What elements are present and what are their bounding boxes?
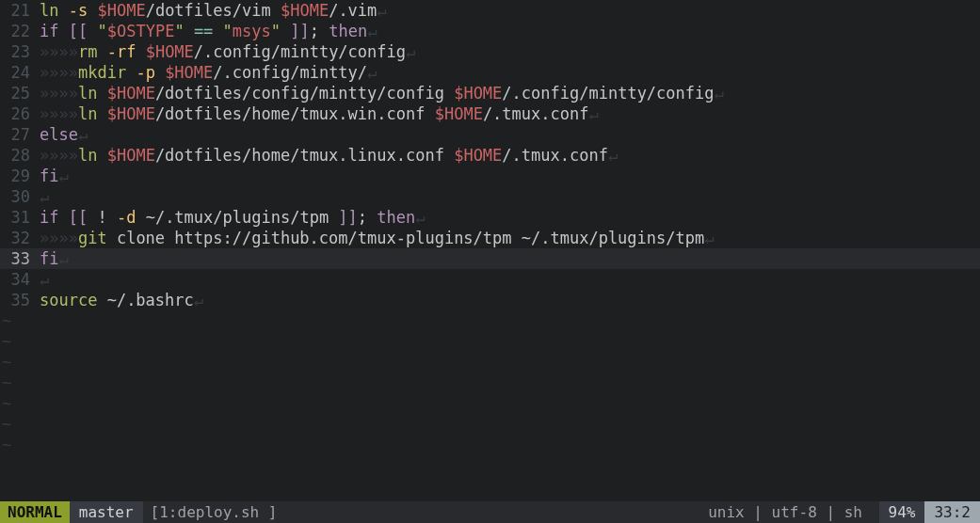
code-line[interactable]: 24»»»»mkdir -p $HOME/.config/mintty/↵ bbox=[0, 62, 980, 83]
git-branch: master bbox=[70, 501, 143, 523]
status-spacer bbox=[284, 501, 700, 523]
cursor-position: 33:2 bbox=[924, 501, 980, 523]
line-content[interactable]: else↵ bbox=[40, 124, 980, 145]
code-line[interactable]: 28»»»»ln $HOME/dotfiles/home/tmux.linux.… bbox=[0, 145, 980, 166]
line-number: 26 bbox=[0, 103, 40, 124]
line-number: 32 bbox=[0, 228, 40, 248]
line-number: 21 bbox=[0, 0, 40, 21]
line-content[interactable]: »»»»rm -rf $HOME/.config/mintty/config↵ bbox=[40, 41, 980, 62]
code-line[interactable]: 26»»»»ln $HOME/dotfiles/home/tmux.win.co… bbox=[0, 103, 980, 124]
editor-root: 21ln -s $HOME/dotfiles/vim $HOME/.vim↵22… bbox=[0, 0, 980, 523]
line-content[interactable]: ln -s $HOME/dotfiles/vim $HOME/.vim↵ bbox=[40, 0, 980, 21]
code-line[interactable]: 31if [[ ! -d ~/.tmux/plugins/tpm ]]; the… bbox=[0, 207, 980, 228]
line-number: 31 bbox=[0, 207, 40, 228]
line-content[interactable]: ↵ bbox=[40, 269, 980, 290]
code-line[interactable]: 25»»»»ln $HOME/dotfiles/config/mintty/co… bbox=[0, 83, 980, 103]
line-number: 23 bbox=[0, 41, 40, 62]
line-content[interactable]: »»»»ln $HOME/dotfiles/home/tmux.linux.co… bbox=[40, 145, 980, 166]
line-content[interactable]: if [[ ! -d ~/.tmux/plugins/tpm ]]; then↵ bbox=[40, 207, 980, 228]
line-number: 22 bbox=[0, 21, 40, 41]
line-number: 29 bbox=[0, 166, 40, 186]
code-line[interactable]: 23»»»»rm -rf $HOME/.config/mintty/config… bbox=[0, 41, 980, 62]
scroll-percent: 94% bbox=[879, 501, 925, 523]
empty-line-tilde: ~ bbox=[0, 393, 980, 414]
code-area[interactable]: 21ln -s $HOME/dotfiles/vim $HOME/.vim↵22… bbox=[0, 0, 980, 501]
empty-line-tilde: ~ bbox=[0, 414, 980, 435]
line-content[interactable]: source ~/.bashrc↵ bbox=[40, 290, 980, 310]
line-content[interactable]: »»»»git clone https://github.com/tmux-pl… bbox=[40, 228, 980, 248]
code-line[interactable]: 35source ~/.bashrc↵ bbox=[0, 290, 980, 310]
file-encoding: unix | utf-8 | sh bbox=[700, 501, 878, 523]
empty-line-tilde: ~ bbox=[0, 352, 980, 372]
line-number: 25 bbox=[0, 83, 40, 103]
line-content[interactable]: »»»»ln $HOME/dotfiles/config/mintty/conf… bbox=[40, 83, 980, 103]
code-line[interactable]: 22if [[ "$OSTYPE" == "msys" ]]; then↵ bbox=[0, 21, 980, 41]
code-line[interactable]: 29fi↵ bbox=[0, 166, 980, 186]
empty-line-tilde: ~ bbox=[0, 435, 980, 455]
line-content[interactable]: fi↵ bbox=[40, 248, 980, 269]
line-content[interactable]: ↵ bbox=[40, 186, 980, 207]
line-number: 27 bbox=[0, 124, 40, 145]
empty-line-tilde: ~ bbox=[0, 372, 980, 393]
empty-line-tilde: ~ bbox=[0, 331, 980, 352]
line-number: 33 bbox=[0, 248, 40, 269]
code-line[interactable]: 21ln -s $HOME/dotfiles/vim $HOME/.vim↵ bbox=[0, 0, 980, 21]
mode-indicator: NORMAL bbox=[0, 501, 70, 523]
code-line[interactable]: 33fi↵ bbox=[0, 248, 980, 269]
line-number: 28 bbox=[0, 145, 40, 166]
buffer-name: [1:deploy.sh ] bbox=[143, 501, 285, 523]
line-number: 30 bbox=[0, 186, 40, 207]
status-bar: NORMAL master [1:deploy.sh ] unix | utf-… bbox=[0, 501, 980, 523]
code-line[interactable]: 30↵ bbox=[0, 186, 980, 207]
empty-line-tilde: ~ bbox=[0, 310, 980, 331]
line-number: 34 bbox=[0, 269, 40, 290]
line-content[interactable]: »»»»mkdir -p $HOME/.config/mintty/↵ bbox=[40, 62, 980, 83]
line-content[interactable]: »»»»ln $HOME/dotfiles/home/tmux.win.conf… bbox=[40, 103, 980, 124]
code-line[interactable]: 32»»»»git clone https://github.com/tmux-… bbox=[0, 228, 980, 248]
code-line[interactable]: 27else↵ bbox=[0, 124, 980, 145]
code-line[interactable]: 34↵ bbox=[0, 269, 980, 290]
line-content[interactable]: if [[ "$OSTYPE" == "msys" ]]; then↵ bbox=[40, 21, 980, 41]
line-number: 35 bbox=[0, 290, 40, 310]
line-content[interactable]: fi↵ bbox=[40, 166, 980, 186]
line-number: 24 bbox=[0, 62, 40, 83]
